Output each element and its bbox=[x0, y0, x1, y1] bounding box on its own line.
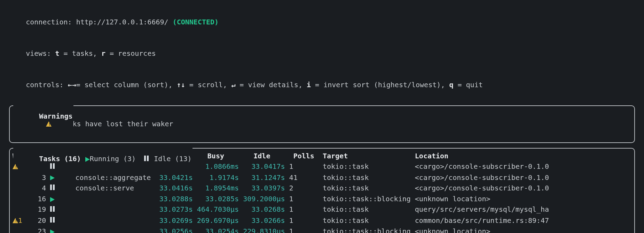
ctrl-scroll-desc: = scroll, bbox=[185, 81, 231, 89]
arrow-left-right-icon[interactable]: ←→ bbox=[68, 81, 76, 89]
warn-count: 1 bbox=[18, 216, 22, 225]
pause-icon bbox=[50, 161, 56, 172]
cell-name bbox=[76, 194, 155, 204]
cell-warn bbox=[13, 183, 33, 194]
views-key-t[interactable]: t bbox=[55, 49, 59, 58]
arrow-up-down-icon[interactable]: ↑↓ bbox=[177, 81, 185, 89]
cell-warn bbox=[13, 194, 33, 204]
cell-busy: 1.9174s bbox=[193, 172, 239, 183]
table-row[interactable]: 1933.0273s464.7030µs33.0268s1tokio::task… bbox=[13, 204, 631, 215]
cell-polls: 1 bbox=[285, 161, 319, 172]
cell-location: <unknown location> bbox=[415, 194, 631, 204]
col-location[interactable]: Location bbox=[415, 151, 631, 161]
cell-target: tokio::task::blocking bbox=[319, 226, 415, 233]
cell-id: 16 bbox=[33, 194, 50, 204]
cell-state bbox=[50, 194, 75, 204]
controls-line: controls: ←→= select column (sort), ↑↓ =… bbox=[9, 69, 635, 100]
cell-target: tokio::task bbox=[319, 172, 415, 183]
cell-state bbox=[50, 204, 75, 215]
pause-icon bbox=[50, 215, 56, 225]
ctrl-key-q[interactable]: q bbox=[449, 81, 453, 89]
cell-warn bbox=[13, 204, 33, 215]
enter-icon[interactable]: ↵ bbox=[231, 81, 239, 89]
cell-id: 4 bbox=[33, 183, 50, 194]
cell-idle: 33.0268s bbox=[239, 204, 285, 215]
tasks-title-count: Tasks (16) bbox=[39, 155, 85, 163]
cell-state bbox=[50, 215, 75, 226]
views-key-r[interactable]: r bbox=[101, 49, 105, 58]
cell-total: 33.0416s bbox=[155, 183, 193, 194]
cell-idle: 33.0397s bbox=[239, 183, 285, 194]
cell-busy: 1.8954ms bbox=[193, 183, 239, 194]
table-row[interactable]: 4console::serve33.0416s1.8954ms33.0397s2… bbox=[13, 183, 631, 194]
tasks-idle-count: Idle (13) bbox=[154, 155, 191, 163]
connection-label: connection: bbox=[26, 18, 76, 26]
connection-line: connection: http://127.0.0.1:6669/ (CONN… bbox=[9, 6, 635, 38]
views-label: views: bbox=[26, 49, 55, 58]
cell-polls: 1 bbox=[285, 204, 319, 215]
warning-text: tasks have lost their waker bbox=[56, 120, 173, 128]
cell-name: console::serve bbox=[76, 183, 155, 194]
cell-location: <cargo>/console-subscriber-0.1.0 bbox=[415, 161, 631, 172]
cell-busy: 33.0254s bbox=[193, 226, 239, 233]
cell-busy: 1.0866ms bbox=[193, 161, 239, 172]
cell-name bbox=[76, 226, 155, 233]
cell-busy: 269.6970µs bbox=[193, 215, 239, 226]
cell-idle: 309.2000µs bbox=[239, 194, 285, 204]
cell-total: 33.0273s bbox=[155, 204, 193, 215]
warning-icon bbox=[13, 164, 18, 169]
views-eq-tasks: = tasks, bbox=[60, 49, 101, 58]
table-row[interactable]: 1633.0288s33.0285s309.2000µs1tokio::task… bbox=[13, 194, 631, 204]
ctrl-invert-desc: = invert sort (highest/lowest), bbox=[311, 81, 449, 89]
pause-icon bbox=[50, 182, 56, 193]
cell-busy: 33.0285s bbox=[193, 194, 239, 204]
cell-idle: 31.1247s bbox=[239, 172, 285, 183]
views-eq-resources: = resources bbox=[105, 49, 156, 58]
cell-polls: 41 bbox=[285, 172, 319, 183]
cell-target: tokio::task bbox=[319, 204, 415, 215]
cell-total: 33.0288s bbox=[155, 194, 193, 204]
warning-icon bbox=[46, 121, 52, 127]
cell-busy: 464.7030µs bbox=[193, 204, 239, 215]
cell-location: common/base/src/runtime.rs:89:47 bbox=[415, 215, 631, 226]
tasks-panel: Tasks (16) Running (3) Idle (13) Warn ID… bbox=[9, 148, 635, 233]
ctrl-details-desc: = view details, bbox=[239, 81, 307, 89]
warnings-title: Warnings bbox=[39, 112, 72, 120]
table-row[interactable]: 12033.0269s269.6970µs33.0266s1tokio::tas… bbox=[13, 215, 631, 226]
cell-polls: 2 bbox=[285, 183, 319, 194]
cell-polls: 1 bbox=[285, 226, 319, 233]
play-icon bbox=[85, 157, 90, 162]
cell-target: tokio::task::blocking bbox=[319, 194, 415, 204]
cell-polls: 1 bbox=[285, 194, 319, 204]
cell-warn bbox=[13, 226, 33, 233]
cell-target: tokio::task bbox=[319, 215, 415, 226]
cell-state bbox=[50, 183, 75, 194]
tasks-running-count: Running (3) bbox=[90, 155, 140, 163]
cell-idle: 33.0417s bbox=[239, 161, 285, 172]
col-polls[interactable]: Polls bbox=[285, 151, 319, 161]
pause-icon bbox=[50, 204, 56, 215]
cell-target: tokio::task bbox=[319, 161, 415, 172]
cell-target: tokio::task bbox=[319, 183, 415, 194]
cell-name bbox=[76, 204, 155, 215]
cell-location: <cargo>/console-subscriber-0.1.0 bbox=[415, 172, 631, 183]
cell-name bbox=[76, 215, 155, 226]
cell-id: 20 bbox=[33, 215, 50, 226]
col-idle[interactable]: Idle bbox=[239, 151, 285, 161]
connection-url: http://127.0.0.1:6669/ bbox=[76, 18, 173, 26]
ctrl-sort-desc: = select column (sort), bbox=[76, 81, 177, 89]
ctrl-quit-desc: = quit bbox=[453, 81, 482, 89]
cell-warn: 1 bbox=[13, 215, 33, 226]
col-busy[interactable]: Busy bbox=[193, 151, 239, 161]
col-target[interactable]: Target bbox=[319, 151, 415, 161]
table-row[interactable]: 2333.0256s33.0254s229.8310µs1tokio::task… bbox=[13, 226, 631, 233]
views-line: views: t = tasks, r = resources bbox=[9, 38, 635, 69]
cell-id: 19 bbox=[33, 204, 50, 215]
pause-icon bbox=[144, 153, 150, 164]
cell-state bbox=[50, 226, 75, 233]
cell-location: query/src/servers/mysql/mysql_ha bbox=[415, 204, 631, 215]
controls-label: controls: bbox=[26, 81, 68, 89]
ctrl-key-i[interactable]: i bbox=[307, 81, 311, 89]
play-icon bbox=[50, 230, 55, 233]
play-icon bbox=[50, 175, 55, 180]
